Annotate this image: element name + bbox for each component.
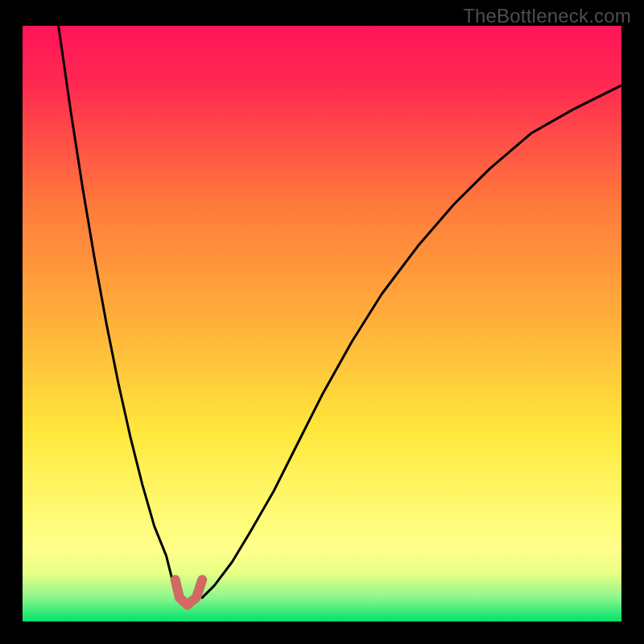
chart-frame: TheBottleneck.com bbox=[0, 0, 644, 644]
gradient-background bbox=[23, 26, 621, 621]
chart-plot-area bbox=[23, 26, 621, 621]
watermark-text: TheBottleneck.com bbox=[463, 5, 631, 27]
chart-svg bbox=[23, 26, 621, 621]
